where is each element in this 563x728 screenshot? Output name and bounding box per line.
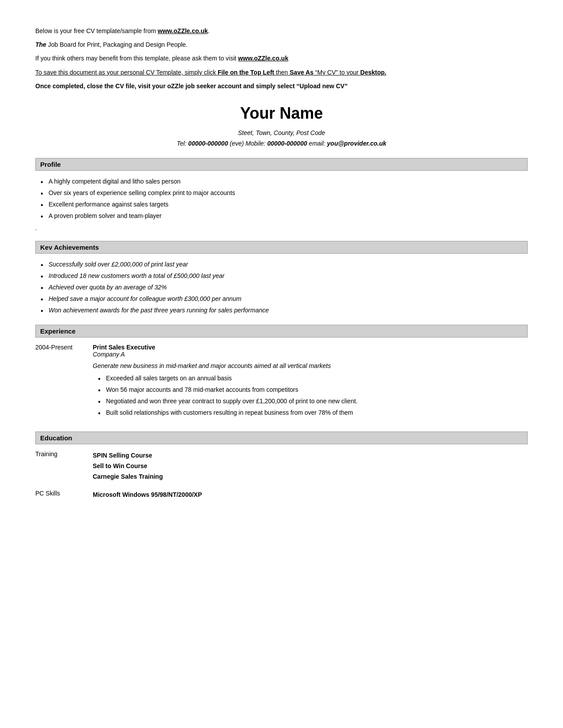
- intro-saveas-bold: Save As: [290, 69, 314, 76]
- exp-bullet-3: Negotiated and won three year contract t…: [106, 397, 528, 406]
- cv-name: Your Name: [35, 104, 528, 123]
- intro-line1-before: Below is your free CV template/sample fr…: [35, 27, 158, 34]
- email-value: you@provider.co.uk: [327, 140, 386, 147]
- exp-dates: 2004-Present: [35, 344, 93, 422]
- intro-line-3: If you think others may benefit from thi…: [35, 54, 528, 63]
- mobile-label: Mobile:: [244, 140, 267, 147]
- achievements-bullets: Successfully sold over £2,000,000 of pri…: [35, 260, 528, 315]
- intro-the: The: [35, 41, 46, 48]
- profile-bullet-4: A proven problem solver and team-player: [49, 211, 528, 221]
- comma-note: ,: [35, 225, 528, 231]
- pcskills-content: Microsoft Windows 95/98/NT/2000/XP: [93, 490, 528, 500]
- intro-save-before: To save this document as your personal C…: [35, 69, 218, 76]
- exp-content: Print Sales Executive Company A Generate…: [93, 344, 528, 422]
- key-achievements-section: Kev Achievements Successfully sold over …: [35, 241, 528, 315]
- upload-instruction-text: Once completed, close the CV file, visit…: [35, 83, 348, 90]
- exp-title: Print Sales Executive: [93, 344, 528, 351]
- profile-section: Profile A highly competent digital and l…: [35, 158, 528, 231]
- intro-desktop-bold: Desktop.: [360, 69, 386, 76]
- tel-label: Tel:: [177, 140, 188, 147]
- profile-bullet-3: Excellent performance against sales targ…: [49, 200, 528, 209]
- achievement-bullet-2: Introduced 18 new customers worth a tota…: [49, 271, 528, 281]
- achievement-bullet-4: Helped save a major account for colleagu…: [49, 294, 528, 304]
- achievement-bullet-3: Achieved over quota by an average of 32%: [49, 283, 528, 292]
- intro-line3-before: If you think others may benefit from thi…: [35, 55, 238, 62]
- intro-then: then: [274, 69, 290, 76]
- education-section: Education Training SPIN Selling Course S…: [35, 432, 528, 500]
- intro-line-1: Below is your free CV template/sample fr…: [35, 26, 528, 36]
- exp-bullet-2: Won 56 major accounts and 78 mid-market …: [106, 385, 528, 394]
- email-label: email:: [307, 140, 327, 147]
- pcskills-entry: PC Skills Microsoft Windows 95/98/NT/200…: [35, 490, 528, 500]
- key-achievements-header: Kev Achievements: [35, 241, 528, 254]
- profile-bullet-2: Over six years of experience selling com…: [49, 188, 528, 198]
- profile-bullets: A highly competent digital and litho sal…: [35, 177, 528, 221]
- intro-section: Below is your free CV template/sample fr…: [35, 26, 528, 91]
- profile-bullet-1: A highly competent digital and litho sal…: [49, 177, 528, 186]
- profile-header: Profile: [35, 158, 528, 171]
- intro-line2-rest: Job Board for Print, Packaging and Desig…: [46, 41, 188, 48]
- exp-bullets: Exceeded all sales targets on an annual …: [93, 374, 528, 417]
- education-header: Education: [35, 432, 528, 444]
- tel-value: 00000-000000: [188, 140, 228, 147]
- cv-address: Steet, Town, County, Post Code Tel: 0000…: [35, 128, 528, 149]
- exp-bullet-4: Built solid relationships with customers…: [106, 408, 528, 417]
- achievement-bullet-1: Successfully sold over £2,000,000 of pri…: [49, 260, 528, 269]
- exp-summary: Generate new business in mid-market and …: [93, 362, 528, 369]
- exp-company: Company A: [93, 351, 528, 358]
- eve-text: (eve): [228, 140, 244, 147]
- experience-section: Experience 2004-Present Print Sales Exec…: [35, 325, 528, 422]
- pcskills-value: Microsoft Windows 95/98/NT/2000/XP: [93, 490, 528, 500]
- training-label: Training: [35, 450, 93, 482]
- experience-header: Experience: [35, 325, 528, 338]
- course-1: SPIN Selling Course: [93, 450, 528, 461]
- intro-line1-after: .: [208, 27, 210, 34]
- ozzle-link-2[interactable]: www.oZZle.co.uk: [238, 55, 288, 62]
- upload-instruction: Once completed, close the CV file, visit…: [35, 82, 528, 91]
- intro-file-bold: File on the Top Left: [218, 69, 274, 76]
- intro-myCV: “My CV” to your: [314, 69, 360, 76]
- experience-entry-1: 2004-Present Print Sales Executive Compa…: [35, 344, 528, 422]
- mobile-value: 00000-000000: [267, 140, 307, 147]
- intro-line-4: To save this document as your personal C…: [35, 68, 528, 77]
- exp-bullet-1: Exceeded all sales targets on an annual …: [106, 374, 528, 383]
- intro-line-2: The Job Board for Print, Packaging and D…: [35, 40, 528, 49]
- course-3: Carnegie Sales Training: [93, 472, 528, 482]
- course-2: Sell to Win Course: [93, 461, 528, 472]
- cv-container: Your Name Steet, Town, County, Post Code…: [35, 104, 528, 500]
- ozzle-link-1[interactable]: www.oZZle.co.uk: [158, 27, 208, 34]
- achievement-bullet-5: Won achievement awards for the past thre…: [49, 306, 528, 315]
- training-courses: SPIN Selling Course Sell to Win Course C…: [93, 450, 528, 482]
- cv-address-line1: Steet, Town, County, Post Code: [35, 128, 528, 139]
- pcskills-label: PC Skills: [35, 490, 93, 500]
- cv-address-line2: Tel: 00000-000000 (eve) Mobile: 00000-00…: [35, 139, 528, 149]
- training-entry: Training SPIN Selling Course Sell to Win…: [35, 450, 528, 482]
